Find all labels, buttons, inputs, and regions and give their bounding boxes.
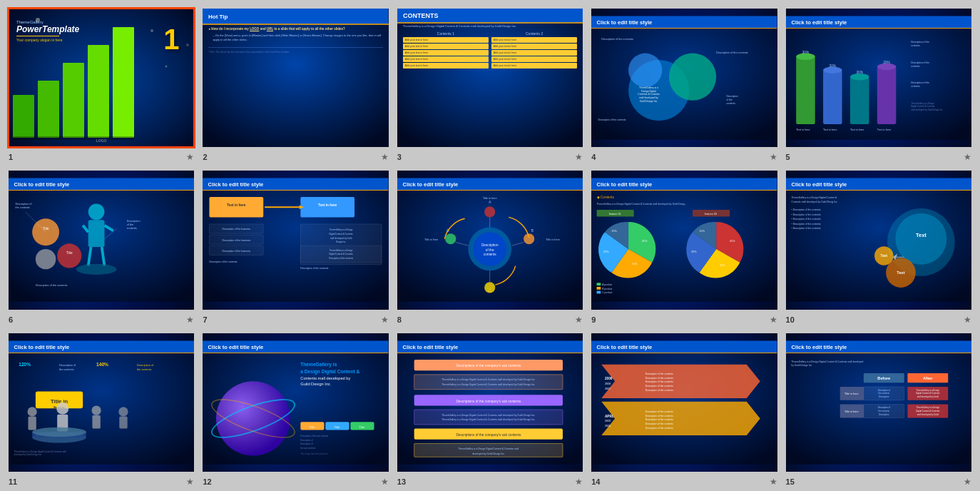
slide-8[interactable]: Click to edit title style Description of… [396,169,584,310]
slide-3-info: 3 ★ [396,151,584,163]
svg-text:Text: Text [915,232,926,238]
slide-12-star[interactable]: ★ [381,477,389,487]
svg-text:Click to edit title style: Click to edit title style [597,343,653,350]
svg-text:ThemeGallery is a Design Digit: ThemeGallery is a Design Digital Content… [441,383,535,386]
svg-text:Click to edit title style: Click to edit title style [791,181,847,188]
svg-text:30%: 30% [883,61,890,64]
svg-text:Guild Design Inc.: Guild Design Inc. [640,100,658,103]
slide-4-star[interactable]: ★ [770,152,777,162]
svg-text:Description of: Description of [877,406,890,409]
slide-4-number: 4 [591,153,596,161]
slide-1-star[interactable]: ★ [186,152,194,162]
slide3-col2: Contents 2 Add your text in here Add you… [491,31,577,69]
svg-text:of the: of the [127,223,133,226]
svg-rect-246 [414,410,562,425]
slide-7-star[interactable]: ★ [381,315,389,325]
slide-12[interactable]: Click to edit title style ThemeGallery i… [201,332,389,473]
svg-text:Description of the contents: Description of the contents [210,260,238,263]
svg-text:2007: 2007 [605,387,611,390]
slide-10-star[interactable]: ★ [964,315,971,325]
svg-rect-6 [13,136,134,140]
svg-point-24 [669,54,716,101]
slide-11[interactable]: Click to edit title style 120% Descripti… [7,332,195,473]
svg-text:Click to edit title style: Click to edit title style [402,181,458,188]
svg-text:Description of: Description of [137,364,154,367]
slide-13-number: 13 [397,477,406,486]
slide-3-star[interactable]: ★ [575,152,583,162]
svg-text:contents: contents [127,227,137,230]
svg-rect-165 [597,291,601,294]
slide7-svg: Click to edit title style Text in here T… [203,171,388,309]
slide3-row1b: Add your text in here [491,37,577,43]
svg-rect-3 [63,63,84,138]
svg-text:Description of: Description of [15,203,32,206]
slide-7[interactable]: Click to edit title style Text in here T… [201,169,389,310]
svg-text:a Design Digital Content &: a Design Digital Content & [301,369,360,375]
svg-text:• Description of the contents: • Description of the contents [791,218,820,221]
svg-text:contents: contents [911,85,920,88]
svg-text:Digital Content & Contents: Digital Content & Contents [916,410,940,412]
svg-text:Guild Design Inc.: Guild Design Inc. [301,382,332,386]
svg-text:of the: of the [486,248,494,252]
svg-text:mall developed by Guild: mall developed by Guild [330,237,352,240]
svg-point-204 [91,405,101,415]
svg-text:• Description of the contents: • Description of the contents [791,223,820,226]
slide-9[interactable]: Click to edit title style ◆ Contents The… [590,169,778,310]
svg-text:45%: 45% [642,241,648,243]
svg-rect-163 [597,287,601,290]
svg-rect-71 [88,221,105,248]
slide-6-number: 6 [9,315,13,324]
slide-14-number: 14 [591,477,600,486]
slide-11-star[interactable]: ★ [186,477,194,487]
svg-rect-12 [203,9,388,24]
svg-text:Click to edit title style: Click to edit title style [597,19,653,26]
svg-text:Text in here: Text in here [796,128,810,131]
svg-text:ThemeGallery is a Design Digit: ThemeGallery is a Design Digital Content… [441,418,535,421]
svg-rect-4 [88,45,109,138]
svg-text:140%: 140% [96,362,108,367]
svg-text:Before: Before [877,376,890,380]
slide-13[interactable]: Click to edit title style Descriptions o… [396,332,584,473]
slide-10[interactable]: Click to edit title style ThemeGallery i… [785,169,973,310]
slide-wrapper-14: Click to edit title style 2009 2008 2007… [590,332,778,488]
svg-text:B product: B product [602,288,612,290]
svg-text:Title: Title [310,425,316,428]
slide-2-star[interactable]: ★ [381,152,389,162]
svg-text:ThemeGallery is a Design Digit: ThemeGallery is a Design Digital Content… [458,447,519,450]
svg-text:Description of the: Description of the [911,41,929,44]
slide-14-star[interactable]: ★ [770,477,777,487]
svg-marker-258 [601,364,760,398]
slide-4[interactable]: Click to edit title style Description of… [590,7,778,148]
svg-marker-259 [601,401,760,435]
slide-15-star[interactable]: ★ [964,477,971,487]
slide-1[interactable]: ThemeGallery PowerTemplate Your company … [7,7,195,148]
slide-3[interactable]: CONTENTS ThemeGallery is a Design Digita… [396,7,584,148]
svg-text:ThemeGallery is a Design: ThemeGallery is a Design [911,102,934,105]
svg-rect-207 [119,416,127,428]
svg-text:Description of the contents: Description of the contents [601,38,633,41]
slide2-content: ● How do I incorporate my LOGO and URL t… [208,27,382,54]
svg-text:Description of the contents: Description of the contents [330,257,354,260]
slide-5[interactable]: Click to edit title style 30% 30% 30% [785,7,973,148]
slide-6[interactable]: Click to edit title style Title [7,169,195,310]
svg-text:• Description of the contents: • Description of the contents [791,208,820,211]
svg-point-210 [32,427,86,436]
svg-text:Click to edit title style: Click to edit title style [791,343,847,350]
svg-text:the contents: the contents [137,368,152,371]
slide-15[interactable]: Click to edit title style ThemeGallery i… [785,332,973,473]
slide-5-number: 5 [786,153,790,161]
slide1-title-block: ThemeGallery PowerTemplate Your company … [16,20,79,42]
svg-text:Text in here: Text in here [877,128,890,131]
svg-rect-44 [823,70,842,124]
slide-13-star[interactable]: ★ [575,477,583,487]
slide-2[interactable]: Hot Tip ● How do I incorporate my LOGO a… [201,7,389,148]
slide-9-star[interactable]: ★ [770,315,777,325]
svg-text:ThemeGallery is a Design: ThemeGallery is a Design [330,249,353,252]
slide-5-star[interactable]: ★ [964,152,971,162]
slide-14[interactable]: Click to edit title style 2009 2008 2007… [590,332,778,473]
slide-6-star[interactable]: ★ [186,315,194,325]
svg-text:• Description of the contents: • Description of the contents [791,213,820,216]
slide1-logo: LOGO [96,138,106,143]
slide-8-star[interactable]: ★ [575,315,583,325]
svg-text:Description of the contents: Description of the contents [645,376,673,379]
